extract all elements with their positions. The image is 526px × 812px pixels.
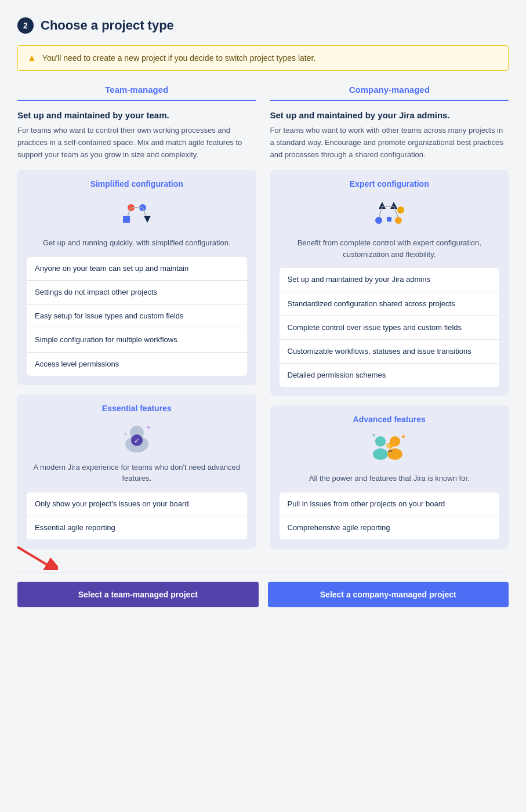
warning-banner: ▲ You'll need to create a new project if… bbox=[17, 45, 509, 71]
company-managed-description: Set up and maintained by your Jira admin… bbox=[270, 110, 509, 161]
svg-text:✓: ✓ bbox=[134, 437, 140, 445]
svg-point-20 bbox=[395, 217, 402, 224]
company-managed-title: Company-managed bbox=[349, 85, 430, 95]
list-item: Only show your project's issues on your … bbox=[27, 492, 247, 516]
list-item: Essential agile reporting bbox=[27, 516, 247, 539]
advanced-features-desc: All the power and features that Jira is … bbox=[280, 473, 500, 484]
step-circle: 2 bbox=[17, 17, 34, 34]
list-item: Simple configuration for multiple workfl… bbox=[27, 328, 247, 352]
select-team-managed-button[interactable]: Select a team-managed project bbox=[17, 582, 259, 607]
warning-text: You'll need to create a new project if y… bbox=[42, 53, 315, 63]
svg-rect-21 bbox=[387, 217, 391, 222]
expert-config-title: Expert configuration bbox=[280, 179, 500, 188]
list-item: Pull in issues from other projects on yo… bbox=[280, 492, 500, 516]
svg-text:✦: ✦ bbox=[124, 432, 128, 437]
essential-features-title: Essential features bbox=[27, 404, 247, 413]
list-item: Comprehensive agile reporting bbox=[280, 516, 500, 539]
team-managed-column: Team-managed Set up and maintained by yo… bbox=[17, 85, 256, 558]
simplified-config-icon bbox=[27, 195, 247, 230]
list-item: Easy setup for issue types and custom fi… bbox=[27, 304, 247, 328]
expert-config-icon bbox=[280, 195, 500, 230]
company-managed-header: Company-managed bbox=[270, 85, 509, 101]
select-company-managed-button[interactable]: Select a company-managed project bbox=[268, 582, 509, 607]
essential-features-desc: A modern Jira experience for teams who d… bbox=[27, 462, 247, 484]
svg-text:✦: ✦ bbox=[146, 423, 151, 432]
list-item: Standardized configuration shared across… bbox=[280, 292, 500, 316]
svg-text:★: ★ bbox=[372, 433, 376, 438]
list-item: Set up and maintained by your Jira admin… bbox=[280, 268, 500, 292]
team-managed-description: Set up and maintained by your team. For … bbox=[17, 110, 256, 161]
company-managed-desc-text: For teams who want to work with other te… bbox=[270, 125, 509, 161]
svg-line-30 bbox=[17, 547, 46, 564]
advanced-features-title: Advanced features bbox=[280, 415, 500, 424]
warning-icon: ▲ bbox=[27, 53, 37, 63]
columns-container: Team-managed Set up and maintained by yo… bbox=[17, 85, 509, 558]
advanced-features-card: Advanced features ★ ★ 🏆 All the po bbox=[270, 405, 509, 549]
team-managed-header: Team-managed bbox=[17, 85, 256, 101]
expert-features-list: Set up and maintained by your Jira admin… bbox=[280, 268, 500, 387]
team-managed-desc-text: For teams who want to control their own … bbox=[17, 125, 256, 161]
list-item: Anyone on your team can set up and maint… bbox=[27, 257, 247, 281]
arrow-indicator bbox=[12, 541, 58, 572]
essential-features-list: Only show your project's issues on your … bbox=[27, 492, 247, 539]
svg-point-15 bbox=[397, 206, 404, 213]
simplified-config-card: Simplified configuration Get up and runn… bbox=[17, 170, 256, 385]
page-title: Choose a project type bbox=[41, 18, 174, 33]
svg-text:★: ★ bbox=[401, 433, 406, 440]
svg-point-19 bbox=[375, 217, 382, 224]
simplified-features-list: Anyone on your team can set up and maint… bbox=[27, 257, 247, 376]
list-item: Complete control over issue types and cu… bbox=[280, 316, 500, 340]
essential-features-icon: ✦ ✦ ✓ bbox=[27, 420, 247, 455]
essential-features-card: Essential features ✦ ✦ ✓ A modern Jira e… bbox=[17, 394, 256, 549]
list-item: Access level permissions bbox=[27, 353, 247, 376]
advanced-features-icon: ★ ★ 🏆 bbox=[280, 431, 500, 466]
svg-rect-5 bbox=[123, 216, 130, 223]
list-item: Customizable workflows, statuses and iss… bbox=[280, 340, 500, 364]
svg-marker-14 bbox=[390, 202, 397, 209]
bottom-bar: Select a team-managed project Select a c… bbox=[17, 572, 509, 607]
team-managed-heading: Set up and maintained by your team. bbox=[17, 110, 256, 120]
list-item: Settings do not impact other projects bbox=[27, 281, 247, 304]
svg-point-22 bbox=[375, 436, 386, 447]
page-header: 2 Choose a project type bbox=[17, 17, 509, 34]
advanced-features-list: Pull in issues from other projects on yo… bbox=[280, 492, 500, 539]
svg-text:🏆: 🏆 bbox=[385, 443, 396, 452]
svg-marker-6 bbox=[144, 216, 151, 223]
simplified-config-title: Simplified configuration bbox=[27, 179, 247, 188]
team-managed-title: Team-managed bbox=[105, 85, 168, 95]
expert-config-card: Expert configuration Benefit from comple… bbox=[270, 170, 509, 396]
expert-config-desc: Benefit from complete control with exper… bbox=[280, 237, 500, 260]
company-managed-heading: Set up and maintained by your Jira admin… bbox=[270, 110, 509, 120]
simplified-config-desc: Get up and running quickly, with simplif… bbox=[27, 237, 247, 249]
list-item: Detailed permission schemes bbox=[280, 364, 500, 387]
company-managed-column: Company-managed Set up and maintained by… bbox=[270, 85, 509, 558]
